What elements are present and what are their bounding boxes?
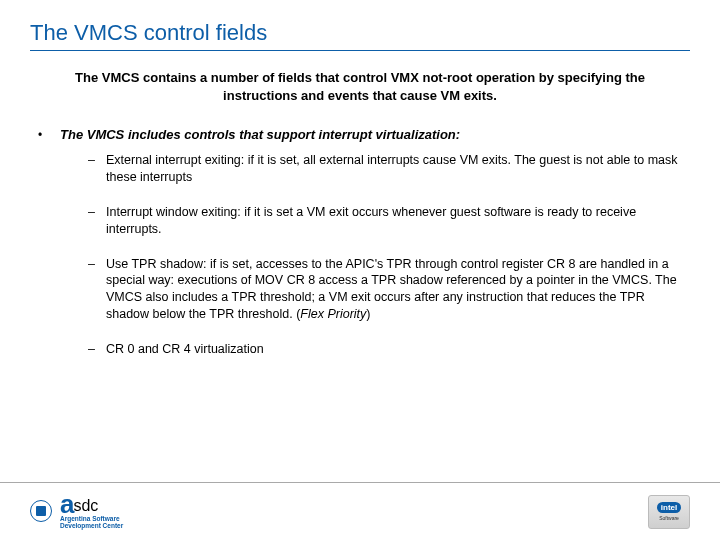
content-area: • The VMCS includes controls that suppor… [30,126,690,480]
asdc-subtitle-1: Argentina Software [60,515,123,522]
title-underline [30,50,690,51]
intel-badge: intel [657,502,681,513]
asdc-text: asdc Argentina Software Development Cent… [60,494,123,529]
chip-icon [30,500,52,522]
asdc-subtitle-2: Development Center [60,522,123,529]
bullet-level-1: • The VMCS includes controls that suppor… [38,126,690,144]
slide-subtitle: The VMCS contains a number of fields tha… [60,69,660,104]
dash-icon: – [88,152,106,169]
slide-footer: asdc Argentina Software Development Cent… [0,482,720,540]
sub-bullet-text-main: Use TPR shadow: if is set, accesses to t… [106,257,677,322]
sub-bullet-text: External interrupt exiting: if it is set… [106,152,690,186]
sub-bullet-list: – External interrupt exiting: if it is s… [38,152,690,358]
sub-bullet-text: Use TPR shadow: if is set, accesses to t… [106,256,690,324]
slide-title: The VMCS control fields [30,20,690,46]
intel-logo: intel Software [648,495,690,529]
bullet-marker: • [38,126,60,144]
asdc-logo: asdc Argentina Software Development Cent… [30,494,123,529]
dash-icon: – [88,204,106,221]
sub-bullet-item: – CR 0 and CR 4 virtualization [88,341,690,358]
bullet-text: The VMCS includes controls that support … [60,126,460,144]
sub-bullet-text: CR 0 and CR 4 virtualization [106,341,690,358]
dash-icon: – [88,341,106,358]
dash-icon: – [88,256,106,273]
sub-bullet-item: – Interrupt window exiting: if it is set… [88,204,690,238]
slide: The VMCS control fields The VMCS contain… [0,0,720,540]
flex-priority-label: Flex Priority [300,307,366,321]
sub-bullet-text: Interrupt window exiting: if it is set a… [106,204,690,238]
close-paren: ) [366,307,370,321]
sub-bullet-item: – External interrupt exiting: if it is s… [88,152,690,186]
sub-bullet-item: – Use TPR shadow: if is set, accesses to… [88,256,690,324]
intel-software-label: Software [659,515,679,521]
